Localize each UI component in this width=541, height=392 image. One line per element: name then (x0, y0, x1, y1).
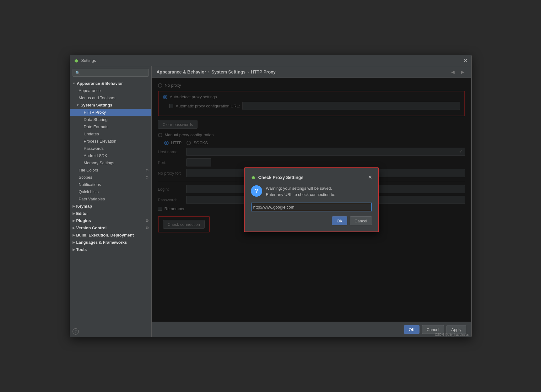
cancel-button[interactable]: Cancel (422, 325, 444, 334)
help-area: ? (70, 326, 151, 337)
breadcrumb-part2: System Settings (211, 69, 246, 74)
chevron-right-icon: ▶ (73, 248, 75, 251)
sidebar-item-quick-lists[interactable]: Quick Lists (70, 188, 151, 195)
sidebar-item-updates[interactable]: Updates (70, 130, 151, 138)
chevron-right-icon: ▶ (73, 233, 75, 237)
svg-rect-15 (253, 176, 254, 177)
modal-body: ? Warning: your settings will be saved. … (251, 185, 372, 198)
sidebar-item-date-formats[interactable]: Date Formats (70, 123, 151, 130)
svg-rect-3 (76, 59, 77, 60)
breadcrumb-sep2: › (247, 69, 249, 74)
back-button[interactable]: ◀ (449, 69, 457, 75)
main-content: 🔍 ▼ Appearance & Behavior Appearance Men… (70, 66, 471, 337)
svg-point-10 (252, 177, 253, 178)
svg-point-11 (253, 177, 254, 178)
close-button[interactable]: ✕ (463, 58, 468, 63)
forward-button[interactable]: ▶ (459, 69, 466, 75)
sidebar-section-main: ▼ Appearance & Behavior Appearance Menus… (70, 79, 151, 254)
settings-icon: ⚙ (145, 168, 149, 172)
question-icon: ? (251, 185, 262, 197)
search-icon: 🔍 (75, 71, 80, 75)
sidebar-item-menus-toolbars[interactable]: Menus and Toolbars (70, 94, 151, 101)
settings-icon: ⚙ (145, 226, 149, 230)
breadcrumb-bar: Appearance & Behavior › System Settings … (152, 66, 471, 78)
sidebar-item-passwords[interactable]: Passwords (70, 145, 151, 152)
svg-rect-2 (76, 59, 76, 60)
right-panel: Appearance & Behavior › System Settings … (152, 66, 471, 337)
chevron-right-icon: ▶ (73, 219, 75, 222)
sidebar-item-system-settings[interactable]: ▼ System Settings (70, 101, 151, 109)
sidebar: 🔍 ▼ Appearance & Behavior Appearance Men… (70, 66, 152, 337)
ok-button[interactable]: OK (404, 325, 419, 334)
search-input[interactable] (81, 70, 146, 75)
modal-cancel-button[interactable]: Cancel (350, 216, 372, 225)
sidebar-item-languages[interactable]: ▶ Languages & Frameworks (70, 239, 151, 246)
sidebar-item-android-sdk[interactable]: Android SDK (70, 152, 151, 159)
modal-android-icon (251, 175, 256, 180)
svg-rect-7 (78, 60, 78, 61)
modal-title-bar: Check Proxy Settings ✕ (251, 174, 372, 180)
modal-title: Check Proxy Settings (258, 175, 368, 180)
chevron-right-icon: ▶ (73, 212, 75, 215)
sidebar-item-data-sharing[interactable]: Data Sharing (70, 116, 151, 123)
sidebar-item-appearance-behavior[interactable]: ▼ Appearance & Behavior (70, 80, 151, 87)
sidebar-item-path-variables[interactable]: Path Variables (70, 195, 151, 203)
window-title: Settings (81, 58, 96, 63)
modal-overlay: Check Proxy Settings ✕ ? Warning: your s… (152, 78, 471, 322)
modal-message: Warning: your settings will be saved. En… (266, 185, 335, 198)
help-button[interactable]: ? (73, 328, 79, 335)
settings-window: Settings ✕ 🔍 ▼ Appearance & Behavior App… (70, 55, 472, 337)
sidebar-item-scopes[interactable]: Scopes ⚙ (70, 174, 151, 181)
chevron-right-icon: ▶ (73, 226, 75, 230)
bottom-bar: OK Cancel Apply (152, 322, 471, 337)
svg-point-5 (76, 60, 77, 61)
sidebar-item-editor[interactable]: ▶ Editor (70, 210, 151, 217)
sidebar-item-keymap[interactable]: ▶ Keymap (70, 203, 151, 210)
apply-button[interactable]: Apply (446, 325, 466, 334)
modal-buttons: OK Cancel (251, 216, 372, 225)
watermark: CSDN @city_happiness (435, 333, 468, 336)
settings-icon: ⚙ (145, 219, 149, 223)
svg-rect-12 (252, 177, 252, 178)
sidebar-item-notifications[interactable]: Notifications (70, 181, 151, 188)
sidebar-item-file-colors[interactable]: File Colors ⚙ (70, 166, 151, 174)
sidebar-item-appearance[interactable]: Appearance (70, 87, 151, 94)
breadcrumb: Appearance & Behavior › System Settings … (157, 69, 276, 74)
chevron-down-icon: ▼ (76, 103, 79, 107)
search-box[interactable]: 🔍 (73, 69, 149, 77)
settings-icon: ⚙ (145, 175, 149, 180)
svg-rect-14 (253, 176, 253, 177)
sidebar-item-version-control[interactable]: ▶ Version Control ⚙ (70, 224, 151, 231)
sidebar-item-memory-settings[interactable]: Memory Settings (70, 159, 151, 166)
breadcrumb-sep1: › (208, 69, 209, 74)
svg-rect-13 (255, 177, 255, 178)
sidebar-item-build[interactable]: ▶ Build, Execution, Deployment (70, 231, 151, 239)
breadcrumb-part3: HTTP Proxy (251, 69, 276, 74)
modal-url-input[interactable] (251, 203, 372, 211)
chevron-right-icon: ▶ (73, 204, 75, 208)
svg-rect-9 (252, 177, 255, 179)
sidebar-item-plugins[interactable]: ▶ Plugins ⚙ (70, 217, 151, 224)
chevron-down-icon: ▼ (73, 82, 76, 85)
svg-point-4 (75, 60, 76, 61)
settings-content: No proxy Auto-detect proxy settings Auto… (152, 78, 471, 322)
check-proxy-modal: Check Proxy Settings ✕ ? Warning: your s… (244, 167, 379, 232)
svg-rect-6 (74, 60, 75, 61)
modal-ok-button[interactable]: OK (332, 216, 347, 225)
sidebar-item-tools[interactable]: ▶ Tools (70, 246, 151, 253)
modal-close-button[interactable]: ✕ (368, 174, 372, 180)
title-bar: Settings ✕ (70, 55, 471, 66)
sidebar-item-http-proxy[interactable]: HTTP Proxy (70, 109, 151, 116)
chevron-right-icon: ▶ (73, 241, 75, 244)
svg-rect-1 (75, 60, 78, 62)
breadcrumb-nav: ◀ ▶ (449, 69, 466, 75)
sidebar-item-process-elevation[interactable]: Process Elevation (70, 138, 151, 145)
breadcrumb-part1: Appearance & Behavior (157, 69, 206, 74)
android-icon (74, 58, 79, 63)
